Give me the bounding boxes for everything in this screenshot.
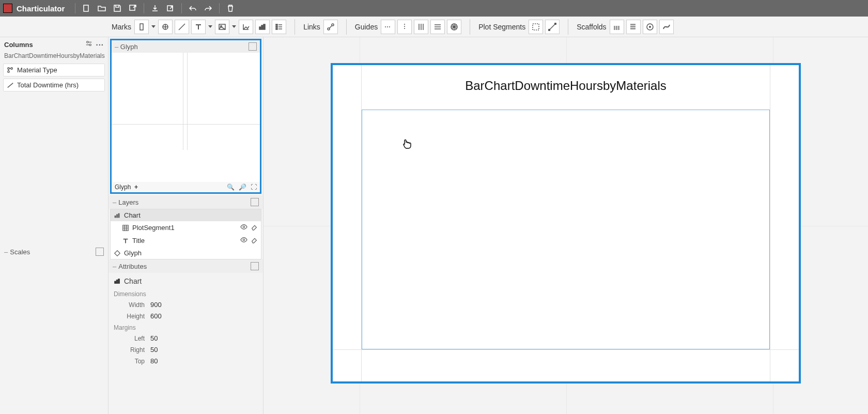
plotseg-region-button[interactable] [529, 20, 543, 34]
attributes-chart-text: Chart [124, 277, 142, 285]
mark-symbol-button[interactable] [158, 20, 173, 34]
glyph-footer: Glyph + 🔍 🔎 ⛶ [112, 182, 260, 192]
chart-icon [114, 278, 121, 285]
svg-point-26 [649, 26, 651, 28]
open-button[interactable] [95, 2, 109, 15]
save-button[interactable] [111, 2, 124, 15]
plotsegments-label: Plot Segments [478, 23, 525, 31]
columns-header: Columns ··· [0, 37, 108, 52]
attr-row: Right 50 [114, 345, 258, 355]
mark-rect-caret[interactable] [151, 25, 156, 28]
links-button[interactable] [323, 20, 338, 34]
plotseg-line-button[interactable] [545, 20, 560, 34]
svg-rect-21 [618, 26, 619, 30]
layer-item-title[interactable]: Title [111, 234, 261, 247]
mark-text-caret[interactable] [208, 25, 213, 28]
guide-y-button[interactable] [430, 20, 445, 34]
main-area: Columns ··· BarChartDowntimeHoursbyMater… [0, 37, 868, 414]
chart-title[interactable]: BarChartDowntimeHoursbyMaterials [333, 79, 799, 93]
attributes-title: Attributes [118, 263, 147, 270]
mark-line-button[interactable] [175, 20, 189, 34]
mark-text-button[interactable] [191, 20, 206, 34]
separator [144, 3, 144, 13]
guide-x-button[interactable] [414, 20, 428, 34]
layer-item-plotsegment[interactable]: PlotSegment1 [111, 221, 261, 234]
undo-button[interactable] [186, 2, 199, 15]
scales-title: Scales [10, 248, 30, 256]
visibility-icon[interactable] [240, 223, 247, 232]
separator [219, 3, 220, 13]
import-button[interactable] [148, 2, 162, 15]
zoom-in-icon[interactable]: 🔍 [227, 183, 235, 191]
attr-label: Right [114, 346, 145, 354]
attr-row: Left 50 [114, 333, 258, 343]
svg-point-29 [8, 67, 10, 69]
scaffolds-label: Scaffolds [577, 23, 606, 31]
scaffold-h-button[interactable] [610, 20, 624, 34]
add-glyph-icon[interactable]: + [134, 183, 138, 191]
layer-label: Glyph [124, 249, 142, 257]
mark-nested-button[interactable] [255, 20, 270, 34]
popout-icon[interactable] [249, 42, 257, 51]
svg-rect-0 [84, 5, 88, 11]
attr-value[interactable]: 50 [148, 345, 168, 355]
guide-polar-button[interactable] [447, 20, 461, 34]
layer-item-glyph[interactable]: Glyph [111, 247, 261, 259]
scaffold-curve-button[interactable] [659, 20, 674, 34]
mark-icon-caret[interactable] [231, 25, 237, 28]
field-item[interactable]: Total Downtime (hrs) [3, 79, 105, 91]
scaffold-polar-button[interactable] [643, 20, 657, 34]
mark-rect-button[interactable] [134, 20, 149, 34]
share-button[interactable] [164, 2, 177, 15]
guide-h-button[interactable] [381, 20, 395, 34]
glyph-foot-label: Glyph [115, 183, 131, 191]
columns-more-icon[interactable]: ··· [96, 40, 104, 49]
attr-label: Left [114, 335, 145, 342]
mark-legend-button[interactable] [272, 20, 286, 34]
attr-label: Width [114, 301, 145, 309]
numeric-icon [7, 82, 14, 89]
new-button[interactable] [80, 2, 93, 15]
glyph-canvas[interactable] [112, 53, 260, 182]
app-logo-icon [3, 4, 12, 13]
delete-button[interactable] [224, 2, 237, 15]
attr-value[interactable]: 900 [148, 300, 168, 310]
svg-rect-22 [630, 24, 636, 25]
visibility-icon[interactable] [240, 236, 247, 245]
field-item[interactable]: Material Type [3, 64, 105, 76]
layer-item-chart[interactable]: Chart [111, 209, 261, 221]
svg-rect-1 [130, 5, 135, 10]
attr-value[interactable]: 80 [148, 356, 168, 366]
scrollbar[interactable] [257, 37, 263, 414]
attributes-body: Chart Dimensions Width 900 Height 600 Ma… [109, 273, 263, 372]
svg-rect-34 [118, 213, 120, 218]
layer-label: Chart [124, 211, 141, 219]
attr-value[interactable]: 600 [148, 311, 168, 321]
redo-button[interactable] [202, 2, 215, 15]
popout-icon[interactable] [96, 248, 104, 256]
editor-toolbar: Marks Links Guides Plot Segments Scaffol… [0, 17, 868, 37]
zoom-out-icon[interactable]: 🔎 [239, 183, 246, 191]
mark-dataaxis-button[interactable] [239, 20, 253, 34]
separator [470, 19, 470, 35]
attr-label: Height [114, 313, 145, 320]
export-button[interactable] [126, 2, 140, 15]
links-label: Links [303, 23, 320, 31]
chart-frame[interactable]: BarChartDowntimeHoursbyMaterials [331, 63, 801, 384]
separator [568, 19, 568, 35]
attr-value[interactable]: 50 [148, 333, 168, 343]
categorical-icon [7, 67, 14, 74]
chart-canvas[interactable]: BarChartDowntimeHoursbyMaterials [264, 37, 868, 414]
columns-settings-icon[interactable] [85, 40, 92, 49]
attr-row: Top 80 [114, 356, 258, 366]
glyph-editor[interactable]: – Glyph Glyph + 🔍 🔎 ⛶ [110, 39, 261, 194]
separator [295, 19, 295, 35]
mark-icon-button[interactable] [215, 20, 229, 34]
fit-icon[interactable]: ⛶ [251, 183, 257, 191]
svg-point-27 [87, 41, 89, 43]
guide-v-button[interactable] [397, 20, 412, 34]
attr-row: Height 600 [114, 311, 258, 321]
plot-segment[interactable] [362, 110, 770, 349]
attributes-chart-label: Chart [114, 277, 258, 285]
scaffold-v-button[interactable] [626, 20, 641, 34]
